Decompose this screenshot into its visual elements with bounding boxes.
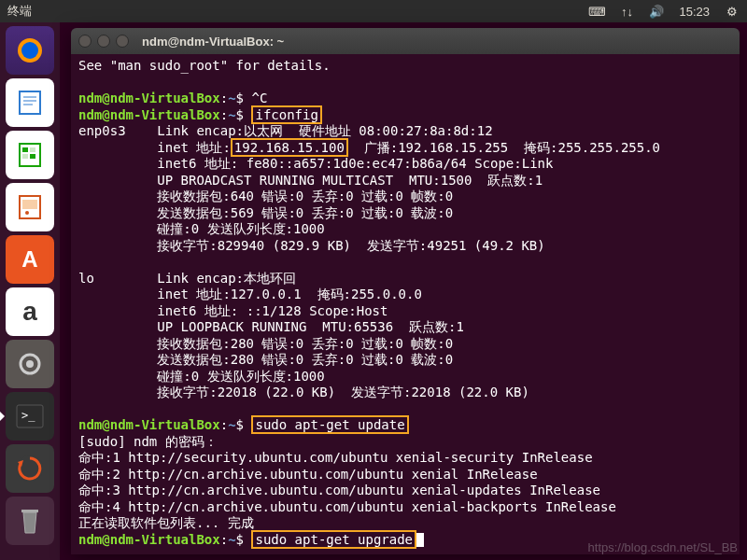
unity-launcher: A a >_ [0,22,60,560]
gear-icon[interactable]: ⚙ [725,4,740,19]
volume-icon[interactable]: 🔊 [649,4,664,19]
top-menubar: 终端 ⌨ ↑↓ 🔊 15:23 ⚙ [0,0,747,22]
svg-rect-10 [30,154,35,159]
highlight-upgrade: sudo apt-get upgrade [251,530,416,549]
watermark: https://blog.csdn.net/SL_BB [588,540,738,554]
svg-point-15 [26,360,34,368]
terminal-window: ndm@ndm-VirtualBox: ~ See "man sudo_root… [71,28,740,554]
svg-rect-8 [30,147,35,152]
highlight-ifconfig: ifconfig [251,105,321,124]
svg-rect-7 [22,147,28,152]
app-title: 终端 [7,4,32,18]
launcher-firefox[interactable] [6,26,54,75]
launcher-amazon[interactable]: a [6,287,54,336]
launcher-writer[interactable] [6,78,54,127]
svg-rect-9 [22,154,28,159]
terminal-output[interactable]: See "man sudo_root" for details. ndm@ndm… [71,54,740,552]
svg-text:>_: >_ [21,409,35,422]
highlight-ip: 192.168.15.100 [231,138,348,157]
launcher-settings[interactable] [6,340,54,388]
launcher-impress[interactable] [6,183,54,231]
svg-point-13 [25,211,29,215]
svg-rect-20 [21,510,38,512]
clock[interactable]: 15:23 [679,5,710,19]
highlight-update: sudo apt-get update [251,415,408,434]
prompt-path: ~ [228,91,235,105]
window-titlebar[interactable]: ndm@ndm-VirtualBox: ~ [71,28,740,54]
keyboard-icon[interactable]: ⌨ [589,4,604,19]
svg-rect-2 [20,91,40,114]
close-icon[interactable] [78,35,92,48]
minimize-icon[interactable] [97,35,110,48]
launcher-updater[interactable] [6,444,54,493]
svg-point-1 [21,42,38,59]
launcher-trash[interactable] [6,497,54,545]
launcher-terminal[interactable]: >_ [6,392,54,441]
window-title: ndm@ndm-VirtualBox: ~ [142,35,284,49]
launcher-calc[interactable] [6,131,54,179]
prompt-user: ndm@ndm-VirtualBox [78,91,220,105]
network-icon[interactable]: ↑↓ [619,4,634,19]
maximize-icon[interactable] [116,35,129,48]
svg-rect-12 [22,200,37,209]
launcher-software[interactable]: A [6,235,54,284]
cursor [416,533,424,547]
